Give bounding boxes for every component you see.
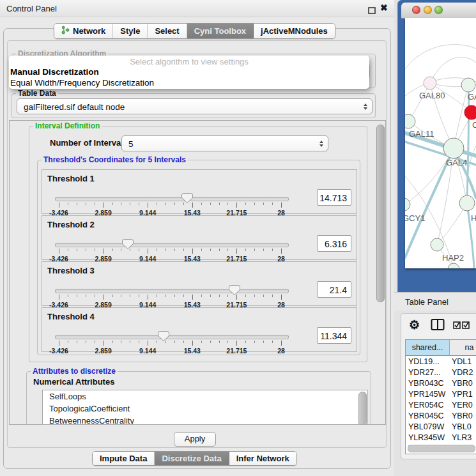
threshold-label: Threshold 1 — [47, 174, 95, 183]
column-header-name[interactable]: na — [450, 340, 476, 356]
mac-minimize-button[interactable] — [424, 6, 432, 14]
tab-label: Network — [73, 26, 105, 36]
num-intervals-combobox[interactable]: 5 — [121, 135, 328, 151]
node — [461, 78, 475, 92]
tab-impute-data[interactable]: Impute Data — [93, 452, 155, 465]
slider-scale-labels: -3.4262.8599.14415.4321.71528 — [59, 347, 281, 355]
tab-select[interactable]: Select — [148, 24, 187, 38]
combobox-value: galFiltered.sif default node — [24, 102, 125, 111]
panel-title: Control Panel — [6, 4, 57, 13]
table-horizontal-scrollbar[interactable] — [408, 445, 475, 452]
threshold-slider[interactable]: -3.4262.8599.14415.4321.71528 — [55, 239, 289, 259]
slider-thumb[interactable] — [228, 284, 241, 296]
tab-discretize-data[interactable]: Discretize Data — [155, 452, 229, 465]
table-row[interactable]: YDR27...YDR2 — [406, 367, 476, 378]
num-intervals-label: Number of Intervals — [50, 138, 128, 148]
interval-definition-group: Interval Definition Number of Intervals … — [29, 126, 367, 362]
group-title: Table Data — [16, 89, 58, 98]
tab-label: jActiveMNodules — [261, 26, 328, 36]
network-canvas[interactable]: GAL80 GA C GAL11 GAL4 GCY1 H HAP2 — [405, 18, 476, 268]
tab-label: Impute Data — [100, 454, 147, 463]
attributes-group: Attributes to discretize Numerical Attri… — [26, 371, 371, 425]
node-table: shared... na YDL19...YDL1 YDR27...YDR2 Y… — [405, 339, 476, 454]
table-row[interactable]: YER054CYER0 — [406, 400, 476, 411]
group-title: Attributes to discretize — [31, 367, 118, 376]
apply-button[interactable]: Apply — [174, 432, 216, 447]
threshold-panel: Threshold 3 -3.4262.8599.14415.4321.7152… — [42, 261, 357, 306]
dropdown-option[interactable]: Manual Discretization — [9, 66, 369, 77]
group-title: Threshold's Coordinates for 5 Intervals — [42, 155, 188, 164]
slider-ticks — [59, 295, 281, 300]
algorithm-dropdown-popup: Select algorithm to view settings Manual… — [9, 56, 369, 89]
select-all-icon[interactable] — [462, 320, 470, 332]
tab-jactivemnodules[interactable]: jActiveMNodules — [254, 24, 335, 38]
table-panel: ⚙ shared... na YDL19...YDL1 YDR27...YDR2… — [401, 313, 476, 459]
attributes-list[interactable]: SelfLoops TopologicalCoefficient Between… — [42, 390, 368, 425]
column-header-shared-name[interactable]: shared... — [406, 340, 450, 356]
dropdown-option[interactable]: Equal Width/Frequency Discretization — [9, 77, 369, 88]
node — [459, 196, 475, 211]
threshold-value-box[interactable]: 6.316 — [317, 235, 351, 252]
scrollbar-thumb[interactable] — [376, 125, 385, 302]
threshold-value-box[interactable]: 14.713 — [317, 189, 351, 206]
combobox-arrows-icon — [364, 104, 367, 110]
tab-label: Discretize Data — [162, 454, 221, 463]
list-item[interactable]: SelfLoops — [43, 390, 367, 403]
slider-thumb[interactable] — [181, 192, 194, 204]
settings-scrollbar[interactable] — [376, 122, 384, 422]
svg-text:GAL11: GAL11 — [409, 129, 434, 139]
table-data-group: Table Data galFiltered.sif default node — [12, 93, 376, 118]
slider-thumb[interactable] — [121, 238, 134, 250]
right-region: GAL80 GA C GAL11 GAL4 GCY1 H HAP2 Table … — [394, 0, 476, 476]
tab-cyni-toolbox[interactable]: Cyni Toolbox — [187, 24, 254, 38]
table-row[interactable]: YPR145WYPR1 — [406, 389, 476, 400]
threshold-panel: Threshold 1 -3.4262.8599.14415.4321.7152… — [42, 169, 357, 214]
table-row[interactable]: YDL19...YDL1 — [406, 357, 476, 367]
table-row[interactable]: YLR345WYLR3 — [406, 433, 476, 443]
threshold-slider[interactable]: -3.4262.8599.14415.4321.71528 — [55, 193, 289, 213]
numerical-attributes-label: Numerical Attributes — [33, 377, 114, 387]
table-row[interactable]: YBR045CYBR0 — [406, 411, 476, 422]
network-window-titlebar[interactable] — [401, 3, 476, 19]
node-selected-red — [464, 105, 476, 119]
tab-label: Style — [120, 26, 140, 36]
control-panel-tabs: Network Style Select Cyni Toolbox jActiv… — [54, 23, 335, 39]
table-rows: YDL19...YDL1 YDR27...YDR2 YBR043CYBR0 YP… — [406, 357, 476, 454]
tab-style[interactable]: Style — [113, 24, 148, 38]
gear-icon[interactable]: ⚙ — [409, 318, 420, 332]
node — [448, 263, 459, 268]
list-scrollbar[interactable] — [358, 392, 366, 425]
threshold-label: Threshold 3 — [47, 266, 95, 275]
node — [405, 198, 410, 211]
threshold-value-box[interactable]: 21.4 — [317, 281, 351, 298]
threshold-value-box[interactable]: 11.344 — [317, 327, 351, 344]
tab-label: Cyni Toolbox — [194, 26, 246, 36]
mac-close-button[interactable] — [412, 6, 420, 14]
tab-label: Infer Network — [236, 454, 289, 463]
select-columns-icon[interactable] — [453, 320, 461, 332]
list-item[interactable]: TopologicalCoefficient — [43, 403, 367, 415]
table-row[interactable]: YBL079WYBL0 — [406, 422, 476, 433]
node — [443, 138, 464, 158]
mac-zoom-button[interactable] — [434, 6, 443, 14]
threshold-slider[interactable]: -3.4262.8599.14415.4321.71528 — [55, 285, 289, 305]
network-view-window[interactable]: GAL80 GA C GAL11 GAL4 GCY1 H HAP2 — [397, 0, 476, 292]
settings-scroll-panel: Interval Definition Number of Intervals … — [9, 120, 386, 425]
combobox-value: 5 — [128, 139, 134, 148]
tab-infer-network[interactable]: Infer Network — [229, 452, 296, 465]
table-row[interactable]: YBR043CYBR0 — [406, 378, 476, 389]
screen: Control Panel ✖ Network Style Select Cyn… — [0, 0, 476, 476]
threshold-panel: Threshold 4 -3.4262.8599.14415.4321.7152… — [42, 307, 357, 352]
svg-text:GAL80: GAL80 — [419, 91, 445, 100]
thresholds-group: Threshold's Coordinates for 5 Intervals … — [37, 160, 360, 355]
table-data-combobox[interactable]: galFiltered.sif default node — [17, 98, 372, 114]
slider-thumb[interactable] — [157, 330, 170, 342]
threshold-slider[interactable]: -3.4262.8599.14415.4321.71528 — [55, 331, 289, 351]
slider-ticks — [59, 341, 281, 346]
dropdown-placeholder: Select algorithm to view settings — [9, 56, 369, 66]
float-window-icon[interactable] — [368, 5, 376, 17]
list-item[interactable]: BetweennessCentrality — [43, 415, 367, 425]
close-icon[interactable]: ✖ — [380, 3, 388, 13]
split-columns-icon[interactable] — [431, 318, 445, 334]
tab-network[interactable]: Network — [54, 24, 113, 38]
